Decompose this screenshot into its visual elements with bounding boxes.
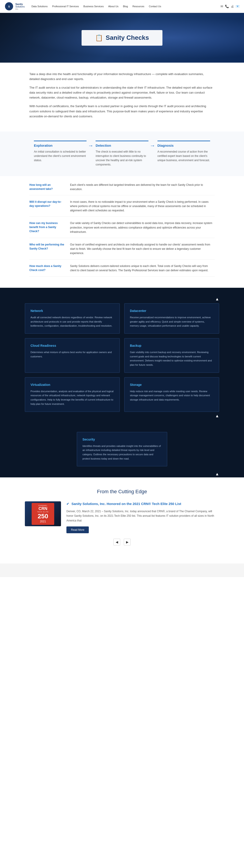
read-more-button[interactable]: Read More [66, 526, 89, 533]
faq-question-3: How can my business benefit from a Sanit… [29, 221, 65, 234]
service-backup-desc: Gain visibility into current backup and … [130, 350, 214, 367]
crn-badge: CHANNEL CRN TECH ELITE 250 2021 [32, 503, 54, 525]
news-body: Denver, CO, March 22, 2021 – Sanity Solu… [66, 509, 219, 523]
crn-brand: CRN [33, 506, 53, 511]
crn-sub-label: TECH ELITE [33, 511, 53, 513]
crn-number: 250 [33, 513, 53, 520]
service-datacenter-desc: Receive personalized recommendations to … [130, 315, 214, 328]
step-exploration-title: Exploration [34, 141, 87, 147]
process-steps: Exploration An initial consultation is s… [25, 141, 219, 167]
faq-question-2: Will it disrupt our day-to-day operation… [29, 200, 65, 213]
service-storage: Storage Help reduce risk and manage cost… [124, 377, 219, 412]
service-backup: Backup Gain visibility into current back… [124, 338, 219, 373]
service-cloud-desc: Determines what mixture of options best … [30, 350, 114, 359]
services-bottom-arrow: ▲ [0, 471, 244, 477]
nav-blog[interactable]: Blog [123, 5, 128, 8]
hero-title-box: 📋 Sanity Checks [82, 30, 162, 46]
security-section: Security Identifies threats and provides… [0, 428, 244, 471]
faq-question-4: Who will be performing the Sanity Check? [29, 243, 65, 256]
faq-answer-5: Sanity Solutions delivers custom-tailore… [70, 264, 215, 273]
service-virtualization: Virtualization Provides documentation, a… [25, 377, 120, 412]
step-detection-title: Detection [96, 141, 148, 147]
process-section: Exploration An initial consultation is s… [0, 131, 244, 176]
service-security-desc: Identifies threats and provides valuable… [83, 444, 161, 461]
contact-icon[interactable]: 📧 [236, 4, 240, 8]
faq-section: How long will an assessment take? Each c… [25, 176, 219, 288]
faq-item-3: How can my business benefit from a Sanit… [29, 221, 215, 238]
nav-about[interactable]: About Us [108, 5, 118, 8]
faq-question-5: How much does a Sanity Check cost? [29, 264, 65, 273]
news-card: CHANNEL CRN TECH ELITE 250 2021 ✔ Sanity… [25, 501, 219, 533]
service-network-title: Network [30, 309, 114, 313]
logo[interactable]: S Sanity Solutions Inc. [4, 2, 25, 11]
service-security-title: Security [83, 438, 161, 441]
service-datacenter-title: Datacenter [130, 309, 214, 313]
faq-item-2: Will it disrupt our day-to-day operation… [29, 200, 215, 217]
services-grid: Network Audit all connected network devi… [25, 303, 219, 412]
logo-text: Sanity Solutions Inc. [16, 3, 25, 10]
service-network: Network Audit all connected network devi… [25, 303, 120, 334]
nav-resources[interactable]: Resources [132, 5, 144, 8]
news-title: ✔ Sanity Solutions, Inc. Honored on the … [66, 501, 219, 506]
crn-year: 2021 [33, 520, 53, 523]
faq-answer-1: Each client's needs are different but ta… [70, 183, 215, 191]
faq-item-5: How much does a Sanity Check cost? Sanit… [29, 264, 215, 276]
process-step-exploration: Exploration An initial consultation is s… [29, 141, 91, 163]
email-icon[interactable]: ✉ [220, 4, 223, 8]
hero-icon: 📋 [95, 34, 103, 41]
service-security: Security Identifies threats and provides… [77, 432, 167, 467]
faq-answer-4: Our team of certified engineers and arch… [70, 243, 215, 256]
svg-text:S: S [8, 5, 10, 8]
nav-icon-group: ✉ 📞 🖨 📧 [220, 4, 240, 8]
process-step-detection: Detection The check is executed with lit… [91, 141, 153, 167]
faq-item-1: How long will an assessment take? Each c… [29, 183, 215, 195]
service-virtualization-desc: Provides documentation, analysis and eva… [30, 389, 114, 406]
nav-data-solutions[interactable]: Data Solutions [31, 5, 48, 8]
step-detection-desc: The check is executed with little to no … [96, 150, 148, 167]
carousel-navigation: ◀ ▶ [25, 539, 219, 546]
step-diagnosis-desc: A recommended course of action from the … [157, 150, 210, 163]
intro-paragraph-3: With hundreds of certifications, the San… [29, 104, 215, 119]
step-exploration-desc: An initial consultation is scheduled to … [34, 150, 87, 163]
logo-icon: S [4, 2, 13, 11]
news-image: CHANNEL CRN TECH ELITE 250 2021 [25, 501, 61, 526]
footer-spacer [0, 563, 244, 577]
service-network-desc: Audit all connected network devices rega… [30, 315, 114, 328]
service-backup-title: Backup [130, 344, 214, 347]
faq-answer-2: In most cases, there is no noticeable im… [70, 200, 215, 213]
print-icon[interactable]: 🖨 [231, 4, 234, 8]
carousel-prev-button[interactable]: ◀ [114, 539, 120, 546]
news-title-text: Sanity Solutions, Inc. Honored on the 20… [71, 502, 181, 506]
intro-paragraph-1: Take a deep dive into the health and fun… [29, 72, 215, 82]
faq-answer-3: Our wide variety of Sanity Checks can de… [70, 221, 215, 234]
nav-professional-it[interactable]: Professional IT Services [52, 5, 79, 8]
intro-paragraph-2: The IT audit service is a crucial tool f… [29, 85, 215, 100]
service-storage-desc: Help reduce risk and manage costs while … [130, 389, 214, 402]
crn-channel: CHANNEL [33, 505, 53, 506]
phone-icon[interactable]: 📞 [225, 4, 229, 8]
nav-links: Data Solutions Professional IT Services … [31, 5, 220, 8]
service-cloud-title: Cloud Readiness [30, 344, 114, 347]
news-text: ✔ Sanity Solutions, Inc. Honored on the … [66, 501, 219, 533]
page-title: Sanity Checks [106, 34, 149, 41]
service-cloud-readiness: Cloud Readiness Determines what mixture … [25, 338, 120, 373]
service-datacenter: Datacenter Receive personalized recommen… [124, 303, 219, 334]
services-section: ▲ Network Audit all connected network de… [0, 288, 244, 428]
news-check-icon: ✔ [66, 502, 69, 506]
hero-section: 📋 Sanity Checks [0, 13, 244, 63]
faq-item-4: Who will be performing the Sanity Check?… [29, 243, 215, 259]
nav-business-services[interactable]: Business Services [83, 5, 104, 8]
step-diagnosis-title: Diagnosis [157, 141, 210, 147]
carousel-next-button[interactable]: ▶ [124, 539, 130, 546]
service-virtualization-title: Virtualization [30, 383, 114, 386]
intro-section: Take a deep dive into the health and fun… [25, 63, 219, 131]
cutting-edge-section: From the Cutting Edge CHANNEL CRN TECH E… [0, 477, 244, 563]
faq-question-1: How long will an assessment take? [29, 183, 65, 191]
process-step-diagnosis: Diagnosis A recommended course of action… [153, 141, 215, 163]
nav-contact[interactable]: Contact Us [149, 5, 161, 8]
cutting-edge-heading: From the Cutting Edge [25, 489, 219, 495]
service-storage-title: Storage [130, 383, 214, 386]
navigation: S Sanity Solutions Inc. Data Solutions P… [0, 0, 244, 13]
